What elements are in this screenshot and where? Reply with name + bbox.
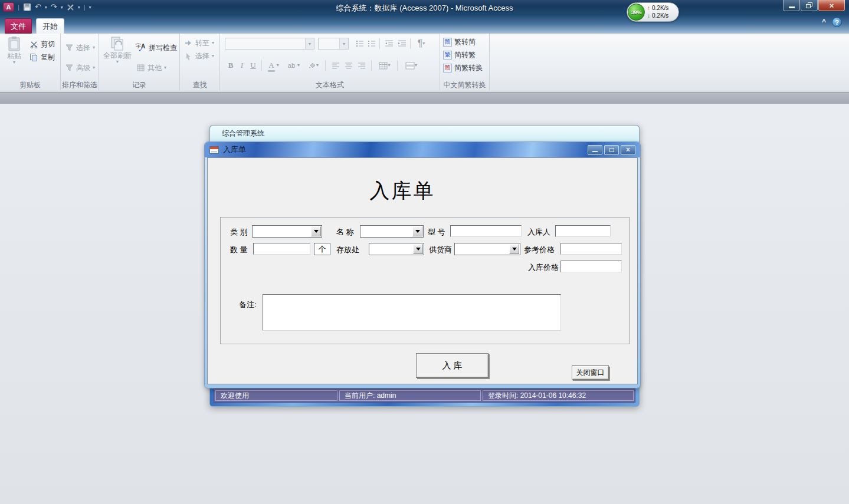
font-name-dropdown-icon[interactable]: ▼ (305, 38, 314, 49)
supplier-combo-arrow-icon[interactable] (509, 244, 519, 254)
name-combo-arrow-icon[interactable] (412, 226, 422, 236)
status-welcome: 欢迎使用 (215, 390, 337, 401)
alternate-row-dropdown-icon: ▾ (415, 63, 417, 68)
divider (261, 60, 262, 71)
form-restore-button[interactable] (604, 145, 619, 155)
gridlines-button[interactable]: ▾ (376, 60, 394, 71)
align-right-button[interactable] (356, 60, 368, 71)
table-more-icon (136, 64, 145, 71)
italic-button[interactable]: I (238, 60, 246, 71)
bold-button[interactable]: B (226, 60, 235, 71)
traditional-to-simplified-button[interactable]: 简 繁转简 (443, 36, 476, 48)
operator-label: 入库人 (527, 227, 550, 238)
bullet-list-button[interactable] (355, 38, 365, 50)
form-window-titlebar[interactable]: 入库单 × (205, 142, 640, 157)
fill-color-button[interactable]: ▾ (305, 60, 322, 71)
copy-label: 复制 (41, 52, 55, 62)
underline-button[interactable]: U (248, 60, 258, 71)
tab-home[interactable]: 开始 (36, 18, 64, 34)
upload-speed: 0.2K/s (652, 5, 668, 11)
refresh-all-dropdown-icon: ▾ (116, 60, 119, 64)
align-center-button[interactable] (343, 60, 355, 71)
operator-input[interactable] (555, 225, 611, 237)
storage-combobox[interactable] (369, 243, 424, 255)
close-window-button[interactable]: 关闭窗口 (572, 365, 609, 380)
paste-button[interactable]: 粘贴 ▾ (3, 36, 25, 65)
divider (325, 60, 326, 71)
tab-file[interactable]: 文件 (5, 18, 32, 34)
stock-in-button[interactable]: 入 库 (416, 353, 489, 378)
numbered-list-button[interactable] (366, 38, 377, 50)
decrease-indent-button[interactable] (383, 38, 395, 50)
network-monitor-widget[interactable]: 39% ↑0.2K/s ↓0.2K/s (627, 2, 679, 22)
font-size-dropdown-icon[interactable]: ▼ (339, 38, 348, 49)
increase-indent-icon (398, 40, 407, 47)
font-color-button[interactable]: A ▾ (266, 60, 281, 71)
traditional-to-simplified-icon: 简 (443, 38, 452, 47)
notes-textarea[interactable] (263, 294, 561, 331)
divider (410, 38, 411, 49)
font-size-combobox[interactable]: ▼ (318, 38, 349, 50)
form-close-button[interactable]: × (621, 145, 635, 155)
unit-box: 个 (314, 243, 330, 255)
close-button[interactable]: × (818, 0, 845, 11)
selection-button[interactable]: 选择 ▾ (64, 42, 95, 54)
goto-button[interactable]: 转至 ▾ (183, 37, 214, 49)
increase-indent-button[interactable] (396, 38, 408, 50)
name-label: 名 称 (336, 227, 354, 238)
align-left-button[interactable] (330, 60, 342, 71)
highlight-button[interactable]: ab ▾ (285, 60, 303, 71)
storage-combo-arrow-icon[interactable] (413, 244, 423, 254)
paste-icon (7, 36, 21, 52)
help-button[interactable]: ? (832, 17, 842, 27)
group-label-text-format: 文本格式 (220, 80, 440, 90)
traditional-to-simplified-label: 繁转简 (454, 37, 476, 47)
category-combo-arrow-icon[interactable] (311, 226, 321, 236)
refresh-all-button[interactable]: 全部刷新 ▾ (103, 36, 132, 64)
spelling-button[interactable]: 字 A ✓ 拼写检查 (136, 42, 177, 54)
reference-price-input[interactable] (560, 243, 622, 255)
status-login-time: 登录时间: 2014-01-06 10:46:32 (483, 390, 634, 401)
category-label: 类 别 (230, 227, 248, 238)
download-speed: 0.2K/s (652, 12, 668, 19)
title-bar[interactable]: A | ↶▾ ↷▾ ▾ | ▾ 综合系统：数据库 (Access 2007) -… (0, 0, 849, 34)
stock-in-price-input[interactable] (560, 261, 622, 272)
divider (397, 60, 398, 71)
font-color-icon: A (268, 61, 274, 70)
copy-button[interactable]: 复制 (29, 51, 55, 63)
paste-dropdown-icon: ▾ (13, 60, 15, 65)
simplified-to-traditional-button[interactable]: 繁 简转繁 (443, 49, 476, 61)
restore-button[interactable] (801, 0, 818, 11)
text-direction-button[interactable]: ¶ ▾ (414, 38, 429, 50)
font-name-combobox[interactable]: ▼ (225, 38, 314, 50)
more-records-button[interactable]: 其他 ▾ (136, 62, 166, 74)
name-combobox[interactable] (360, 225, 424, 238)
minimize-button[interactable] (783, 0, 800, 11)
alternate-row-color-button[interactable]: ▾ (402, 60, 421, 71)
chinese-convert-button[interactable]: 简 简繁转换 (443, 62, 483, 74)
model-input[interactable] (450, 225, 522, 237)
advanced-label: 高级 (76, 63, 90, 73)
divider (379, 38, 380, 49)
upload-arrow-icon: ↑ (647, 5, 650, 11)
minimize-ribbon-icon[interactable]: ^ (822, 18, 826, 26)
management-window-titlebar[interactable]: 综合管理系统 (210, 126, 639, 142)
advanced-button[interactable]: 高级 ▾ (64, 62, 95, 74)
form-minimize-icon (592, 151, 598, 152)
goto-dropdown-icon: ▾ (212, 41, 214, 45)
supplier-combobox[interactable] (454, 243, 520, 255)
form-restore-icon (609, 148, 614, 152)
paste-label: 粘贴 (7, 52, 21, 60)
cut-button[interactable]: 剪切 (29, 38, 55, 50)
find-select-button[interactable]: 选择 ▾ (183, 50, 214, 62)
fill-color-dropdown-icon: ▾ (316, 63, 319, 68)
category-combobox[interactable] (252, 225, 322, 238)
tab-home-label: 开始 (42, 22, 58, 31)
more-records-label: 其他 (147, 63, 162, 73)
chinese-convert-icon: 简 (443, 64, 452, 73)
ribbon-group-clipboard: 粘贴 ▾ 剪切 复制 剪贴板 (0, 34, 61, 91)
stock-in-form-window: 入库单 × 入库单 类 别 名 称 型 号 (205, 142, 640, 388)
quantity-input[interactable] (253, 243, 310, 255)
form-minimize-button[interactable] (588, 145, 602, 155)
help-icon: ? (835, 19, 839, 26)
